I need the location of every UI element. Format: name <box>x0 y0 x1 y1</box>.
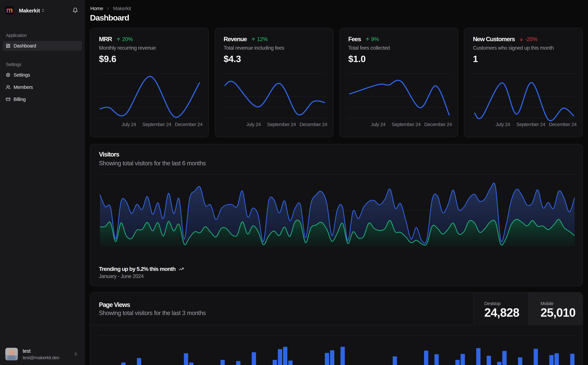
svg-text:m: m <box>6 6 13 14</box>
